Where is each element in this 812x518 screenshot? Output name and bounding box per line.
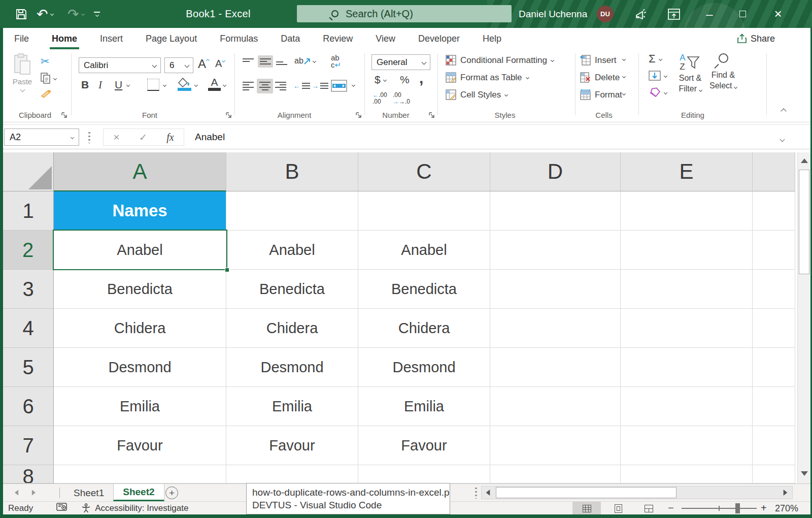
fill-button[interactable]	[649, 71, 667, 81]
column-header-A[interactable]: A	[54, 152, 226, 191]
increase-decimal-button[interactable]: ←.00.00	[373, 92, 387, 105]
cell-C8[interactable]	[358, 465, 490, 483]
expand-formula-bar-button[interactable]	[781, 134, 784, 143]
tab-help[interactable]: Help	[481, 28, 503, 49]
format-cells-button[interactable]: Format	[580, 89, 622, 100]
alignment-dialog-launcher[interactable]	[355, 112, 362, 118]
cell-E3[interactable]	[621, 270, 753, 309]
cell-A1[interactable]: Names	[54, 191, 226, 231]
maximize-button[interactable]	[732, 0, 753, 28]
namebox-resize-handle[interactable]	[88, 132, 90, 143]
cell-A8[interactable]	[54, 465, 226, 483]
cell-C3[interactable]: Benedicta	[358, 270, 490, 309]
avatar[interactable]: DU	[597, 6, 614, 22]
tab-home[interactable]: Home	[50, 28, 79, 49]
share-button[interactable]: Share	[737, 29, 775, 48]
middle-align-button[interactable]	[258, 55, 273, 68]
increase-font-size-button[interactable]: A	[198, 57, 209, 71]
align-right-button[interactable]	[275, 82, 286, 90]
accounting-format-button[interactable]: $	[375, 74, 386, 86]
cell-C2[interactable]: Anabel	[358, 231, 490, 270]
decrease-decimal-button[interactable]: .00→→.0	[393, 92, 410, 105]
cell-D7[interactable]	[490, 426, 621, 465]
cell-B2[interactable]: Anabel	[226, 231, 358, 270]
account-name[interactable]: Daniel Uchenna	[519, 0, 587, 28]
zoom-in-button[interactable]: +	[761, 502, 767, 514]
cell-A3[interactable]: Benedicta	[54, 270, 226, 309]
formula-input[interactable]: Anabel	[195, 128, 225, 146]
zoom-level[interactable]: 270%	[775, 503, 798, 514]
cell-E7[interactable]	[621, 426, 753, 465]
number-format-select[interactable]: General	[371, 54, 430, 70]
save-button[interactable]	[15, 0, 27, 28]
tab-insert[interactable]: Insert	[98, 28, 125, 49]
row-header-5[interactable]: 5	[3, 348, 54, 387]
sheet-nav-right-icon[interactable]	[31, 489, 36, 496]
zoom-out-button[interactable]: −	[668, 502, 674, 514]
cell-partial-4[interactable]	[753, 309, 795, 348]
cell-E8[interactable]	[621, 465, 753, 483]
row-header-7[interactable]: 7	[3, 426, 54, 465]
tab-file[interactable]: File	[12, 28, 31, 49]
row-header-8[interactable]: 8	[3, 465, 54, 483]
conditional-formatting-button[interactable]: Conditional Formatting	[446, 55, 554, 66]
format-cells-chevron[interactable]	[623, 92, 625, 95]
tab-formulas[interactable]: Formulas	[218, 28, 260, 49]
font-color-chevron[interactable]	[223, 84, 226, 86]
delete-cells-chevron[interactable]	[623, 75, 625, 78]
new-sheet-button[interactable]: +	[165, 487, 178, 499]
select-all-corner[interactable]	[3, 152, 54, 191]
cell-D2[interactable]	[490, 231, 621, 270]
increase-indent-button[interactable]: →	[312, 82, 328, 90]
find-select-button[interactable]: Find &Select	[708, 53, 738, 91]
underline-chevron[interactable]	[127, 84, 129, 86]
cell-partial-5[interactable]	[753, 348, 795, 387]
accessibility-status-button[interactable]: Accessibility: Investigate	[81, 503, 188, 513]
cell-B3[interactable]: Benedicta	[226, 270, 358, 309]
cell-B8[interactable]	[226, 465, 358, 483]
tab-page-layout[interactable]: Page Layout	[144, 28, 199, 49]
macro-record-button[interactable]	[56, 502, 67, 514]
name-box[interactable]: A2	[4, 128, 79, 146]
cell-D5[interactable]	[490, 348, 621, 387]
percent-style-button[interactable]: %	[400, 74, 410, 86]
cell-partial-3[interactable]	[753, 270, 795, 309]
orientation-button[interactable]: ab	[294, 56, 316, 66]
tab-data[interactable]: Data	[279, 28, 302, 49]
cell-E5[interactable]	[621, 348, 753, 387]
cell-C6[interactable]: Emilia	[358, 387, 490, 426]
merge-center-button[interactable]	[331, 80, 347, 92]
cell-styles-button[interactable]: Cell Styles	[446, 89, 507, 100]
fill-color-chevron[interactable]	[195, 84, 197, 86]
borders-chevron[interactable]	[163, 84, 166, 86]
cell-D1[interactable]	[490, 191, 621, 231]
cell-B7[interactable]: Favour	[226, 426, 358, 465]
cell-C5[interactable]: Desmond	[358, 348, 490, 387]
scroll-up-icon[interactable]	[801, 158, 808, 163]
collapse-ribbon-button[interactable]	[782, 109, 786, 113]
wrap-text-button[interactable]: abc↵	[331, 54, 341, 69]
coming-soon-button[interactable]	[631, 0, 651, 28]
row-header-6[interactable]: 6	[3, 387, 54, 426]
row-header-2[interactable]: 2	[3, 231, 54, 270]
horizontal-scrollbar[interactable]	[481, 486, 793, 499]
font-size-select[interactable]: 6	[164, 57, 193, 73]
cell-partial-1[interactable]	[753, 191, 795, 231]
cell-B1[interactable]	[226, 191, 358, 231]
scroll-down-icon[interactable]	[801, 471, 808, 476]
cell-A2[interactable]: Anabel	[54, 231, 226, 270]
decrease-font-size-button[interactable]: A	[215, 58, 225, 70]
insert-function-button[interactable]: fx	[166, 132, 174, 143]
autosum-button[interactable]: Σ	[649, 52, 662, 66]
cell-A4[interactable]: Chidera	[54, 309, 226, 348]
row-header-1[interactable]: 1	[3, 191, 54, 231]
merge-center-chevron[interactable]	[352, 84, 355, 86]
copy-button[interactable]	[41, 73, 56, 84]
bottom-align-button[interactable]	[276, 61, 287, 65]
column-header-D[interactable]: D	[490, 152, 621, 191]
page-break-view-button[interactable]	[634, 502, 663, 515]
fill-color-button[interactable]	[178, 77, 191, 91]
borders-button[interactable]	[147, 79, 159, 91]
normal-view-button[interactable]	[572, 502, 601, 515]
underline-button[interactable]: U	[115, 79, 122, 91]
